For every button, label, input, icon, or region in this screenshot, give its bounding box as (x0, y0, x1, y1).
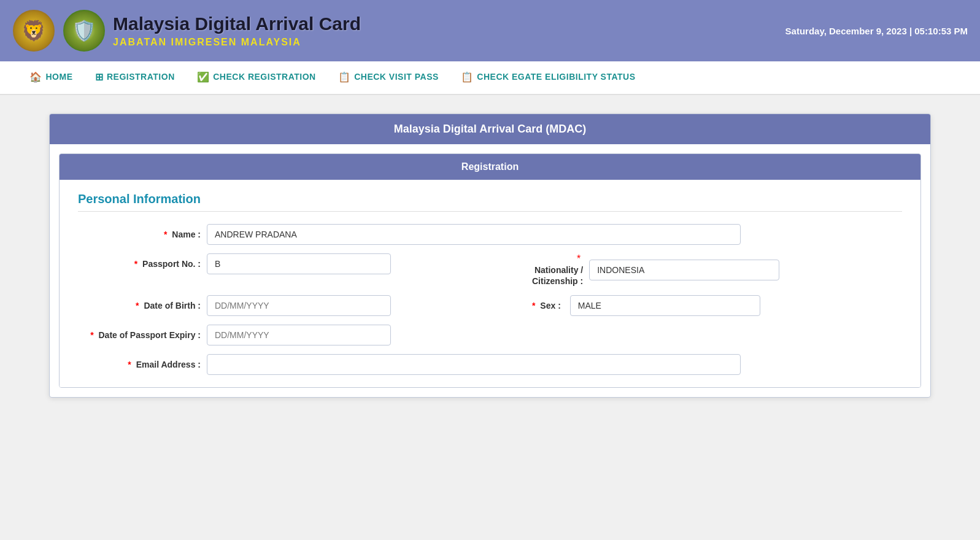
nav-bar: 🏠 HOME ⊞ REGISTRATION ✅ CHECK REGISTRATI… (0, 61, 980, 95)
sex-label: * Sex : (532, 301, 564, 310)
immigration-crest-icon: 🛡️ (63, 10, 105, 52)
main-content: Malaysia Digital Arrival Card (MDAC) Reg… (0, 95, 980, 416)
dob-sex-row: * Date of Birth : * Sex : (78, 295, 902, 316)
nav-item-home[interactable]: 🏠 HOME (18, 61, 84, 94)
sex-input[interactable] (570, 295, 760, 316)
registration-section: Registration Personal Information * Name… (59, 153, 921, 388)
nav-check-egate-label: CHECK EGATE ELIGIBILITY STATUS (477, 72, 635, 82)
nationality-input[interactable] (589, 260, 779, 280)
egate-icon: 📋 (461, 71, 474, 83)
nav-item-check-visit-pass[interactable]: 📋 CHECK VISIT PASS (327, 61, 450, 94)
nationality-field-group: * Nationality / Citizenship : (409, 253, 779, 287)
mdac-card: Malaysia Digital Arrival Card (MDAC) Reg… (49, 114, 931, 398)
card-main-header: Malaysia Digital Arrival Card (MDAC) (50, 114, 930, 144)
nav-home-label: HOME (46, 72, 73, 82)
nationality-required-star: * (577, 253, 581, 264)
passport-expiry-input[interactable] (207, 325, 391, 345)
logo2: 🛡️ (63, 9, 106, 52)
sex-required-star: * (532, 301, 535, 310)
home-icon: 🏠 (29, 71, 42, 83)
name-label: * Name : (78, 230, 201, 239)
email-row: * Email Address : (78, 354, 902, 375)
name-required-star: * (164, 230, 167, 239)
dob-label: * Date of Birth : (78, 301, 201, 310)
logo1: 🦁 (12, 9, 55, 52)
passport-nationality-row: * Passport No. : * Nationality / Citizen… (78, 253, 902, 287)
personal-information-heading: Personal Information (78, 192, 902, 212)
registration-section-body: Personal Information * Name : (60, 180, 920, 387)
nav-registration-label: REGISTRATION (107, 72, 175, 82)
passport-required-star: * (134, 259, 137, 269)
visit-pass-icon: 📋 (338, 71, 351, 83)
passport-expiry-row: * Date of Passport Expiry : (78, 325, 902, 345)
nav-item-check-egate[interactable]: 📋 CHECK EGATE ELIGIBILITY STATUS (450, 61, 647, 94)
header-title-block: Malaysia Digital Arrival Card JABATAN IM… (113, 14, 361, 48)
passport-input[interactable] (207, 253, 391, 274)
site-subtitle: JABATAN IMIGRESEN MALAYSIA (113, 37, 361, 48)
passport-expiry-required-star: * (90, 330, 93, 340)
check-registration-icon: ✅ (197, 71, 210, 83)
nav-item-check-registration[interactable]: ✅ CHECK REGISTRATION (186, 61, 327, 94)
form-grid: * Name : * Passport No. : (78, 224, 902, 375)
nav-item-registration[interactable]: ⊞ REGISTRATION (84, 61, 186, 94)
site-title: Malaysia Digital Arrival Card (113, 14, 361, 34)
passport-field-group: * Passport No. : (78, 253, 391, 274)
nav-check-visit-pass-label: CHECK VISIT PASS (354, 72, 439, 82)
header: 🦁 🛡️ Malaysia Digital Arrival Card JABAT… (0, 0, 980, 61)
datetime-display: Saturday, December 9, 2023 | 05:10:53 PM (785, 26, 968, 36)
malaysia-crest-icon: 🦁 (13, 10, 55, 52)
registration-icon: ⊞ (95, 71, 104, 83)
email-label: * Email Address : (78, 360, 201, 369)
dob-input[interactable] (207, 295, 391, 316)
passport-label: * Passport No. : (78, 259, 201, 269)
email-required-star: * (128, 360, 131, 369)
sex-field-group: * Sex : (532, 295, 760, 316)
nav-check-registration-label: CHECK REGISTRATION (213, 72, 315, 82)
name-input[interactable] (207, 224, 741, 245)
email-input[interactable] (207, 354, 741, 375)
dob-field-group: * Date of Birth : (78, 295, 391, 316)
dob-required-star: * (136, 301, 139, 310)
nationality-label-block: * Nationality / Citizenship : (532, 253, 583, 287)
header-left: 🦁 🛡️ Malaysia Digital Arrival Card JABAT… (12, 9, 361, 52)
passport-expiry-label: * Date of Passport Expiry : (78, 330, 201, 340)
name-row: * Name : (78, 224, 902, 245)
registration-section-header: Registration (60, 154, 920, 180)
